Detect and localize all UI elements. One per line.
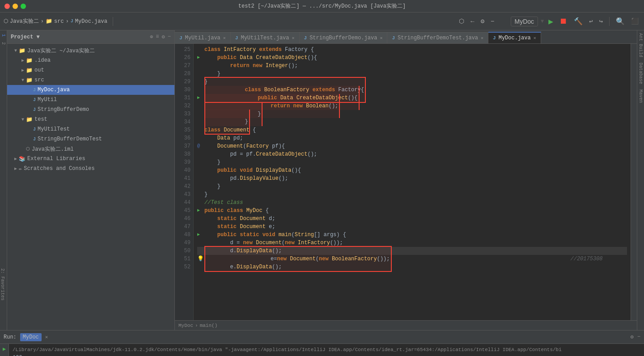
breadcrumb: MyDoc › main() [175, 320, 637, 330]
project-icon[interactable]: 1 [1, 32, 6, 38]
run-play-button[interactable]: ▶ [3, 346, 6, 352]
run-config-label[interactable]: MyDoc [511, 17, 538, 26]
tree-item-out[interactable]: ▶ 📁 out [7, 65, 174, 75]
tree-label-out: out [34, 67, 44, 73]
java-file-icon-stringbuffer: J [33, 107, 36, 112]
editor-scrollbar[interactable] [631, 44, 637, 320]
tab-myutil[interactable]: J MyUtil.java ✕ [175, 32, 231, 43]
project-header-icons: ⊕ ≡ ⚙ − [150, 34, 171, 40]
tab-label-mydoc: MyDoc.java [499, 35, 531, 41]
project-tree: ▼ 📁 Java实验二 ~/Java实验二 ▶ 📁 .idea ▶ 📁 out … [7, 44, 174, 330]
scratch-icon: ✏ [19, 165, 22, 172]
run-close-icon[interactable]: − [637, 334, 640, 340]
java-file-icon-myutil: J [33, 97, 36, 102]
structure-icon[interactable]: 2 [1, 40, 6, 47]
tab-myutiltest[interactable]: J MyUtilTest.java ✕ [231, 32, 300, 43]
code-line-43: } [197, 191, 627, 199]
maven-icon[interactable]: Maven [638, 87, 643, 106]
code-line-40: public void DisplayData(){ [197, 166, 627, 174]
bottom-panel: Run: MyDoc ✕ ⚙ − ▶ ↩ ⏹ 📌 ↑ ↓ ⏎ ⊟ 💾 🗑 /Li… [0, 330, 644, 356]
tree-label-root: Java实验二 ~/Java实验二 [27, 47, 95, 55]
java-file-icon-sbdemotest: J [33, 137, 36, 142]
favorites-icon[interactable]: 2: Favorites [0, 267, 5, 302]
tree-label-mydoc: MyDoc.java [38, 87, 70, 93]
minus-button[interactable]: − [489, 17, 496, 26]
tree-item-root[interactable]: ▼ 📁 Java实验二 ~/Java实验二 [7, 46, 174, 55]
tab-label-myutil: MyUtil.java [185, 35, 220, 41]
window-title: test2 [~/Java实验二] — .../src/MyDoc.java [… [238, 2, 406, 10]
file-label: MyDoc.java [75, 18, 107, 25]
ext-libs-icon: 📚 [19, 156, 25, 162]
tab-close-sbdemotest[interactable]: ✕ [481, 35, 483, 41]
code-line-35: class Document { [197, 126, 627, 134]
collapse-icon[interactable]: ≡ [156, 34, 159, 40]
settings-button[interactable]: ⚙ [479, 17, 486, 26]
tab-close-myutiltest[interactable]: ✕ [292, 35, 295, 41]
tab-icon-stringbufferdemo: J [304, 35, 307, 41]
database-icon[interactable]: Database [638, 60, 643, 87]
toolbar: ⬡ Java实验二 › 📁 src › J MyDoc.java ⬡ ← ⚙ −… [0, 13, 644, 30]
tree-item-myutiltest[interactable]: ▶ J MyUtilTest [7, 124, 174, 134]
gear-icon[interactable]: ⚙ [162, 34, 165, 40]
tree-label-test: test [34, 116, 47, 123]
run-header: Run: MyDoc ✕ ⚙ − [0, 331, 644, 344]
code-line-51: 💡 e=new Document(new BooleanFactory()); … [197, 255, 627, 263]
tree-item-ext-libs[interactable]: ▶ 📚 External Libraries [7, 154, 174, 164]
terminal-button[interactable]: ⬛ [629, 17, 640, 26]
code-line-27: return new Integer(); [197, 62, 627, 70]
code-line-38: pd = pf.CreateDataObject(); [197, 150, 627, 158]
minimize-button[interactable] [13, 4, 18, 9]
tree-label-iml: Java实验二.iml [32, 145, 74, 153]
tree-item-stringbufferdemotest[interactable]: ▶ J StringBufferDemoTest [7, 134, 174, 144]
run-tab[interactable]: MyDoc [20, 333, 42, 341]
tab-close-mydoc[interactable]: ✕ [534, 35, 536, 41]
tree-item-mydoc[interactable]: ▶ J MyDoc.java [7, 85, 174, 95]
tab-stringbufferdemotest[interactable]: J StringBufferDemoTest.java ✕ [387, 32, 488, 43]
tree-label-ext: External Libraries [27, 156, 85, 162]
tab-icon-myutil: J [179, 35, 182, 41]
tree-item-idea[interactable]: ▶ 📁 .idea [7, 55, 174, 65]
undo-button[interactable]: ↩ [587, 17, 594, 26]
tree-item-iml[interactable]: ▶ ⬡ Java实验二.iml [7, 144, 174, 154]
tree-label-myutiltest: MyUtilTest [38, 126, 70, 132]
run-button[interactable]: ▶ [547, 16, 555, 27]
tree-item-test[interactable]: ▼ 📁 test [7, 114, 174, 124]
code-line-45: ▶public class MyDoc { [197, 207, 627, 215]
stop-button[interactable]: ⏹ [558, 16, 569, 27]
right-sidebar-icons: Ant Build Database Maven [637, 30, 644, 330]
run-tab-close[interactable]: ✕ [45, 334, 48, 340]
project-label: ⬡ [4, 18, 8, 25]
tree-item-scratches[interactable]: ▶ ✏ Scratches and Consoles [7, 164, 174, 174]
iml-file-icon: ⬡ [26, 146, 30, 152]
back-button[interactable]: ← [469, 17, 476, 26]
tab-stringbufferdemo[interactable]: J StringBufferDemo.java ✕ [300, 32, 388, 43]
run-output: /Library/Java/JavaVirtualMachines/jdk-11… [9, 344, 644, 356]
java-file-icon-mydoc: J [33, 88, 36, 93]
project-header: Project ▼ ⊕ ≡ ⚙ − [7, 30, 174, 44]
tab-label-sbdemotest: StringBufferDemoTest.java [398, 35, 478, 41]
tab-close-stringbufferdemo[interactable]: ✕ [380, 35, 382, 41]
tree-item-myutil[interactable]: ▶ J MyUtil [7, 95, 174, 105]
code-area[interactable]: class IntFactory extends Factory { ▶ pub… [194, 44, 631, 320]
run-header-icons: ⚙ − [631, 334, 640, 340]
tab-close-myutil[interactable]: ✕ [223, 35, 226, 41]
tab-icon-sbdemotest: J [392, 35, 395, 41]
run-settings-icon[interactable]: ⚙ [631, 334, 634, 340]
tree-item-src[interactable]: ▼ 📁 src [7, 75, 174, 85]
folder-icon-test: 📁 [26, 116, 33, 123]
tree-item-stringbufferdemo[interactable]: ▶ J StringBufferDemo [7, 105, 174, 114]
tree-arrow-ext: ▶ [14, 156, 17, 161]
redo-button[interactable]: ↪ [597, 17, 605, 26]
tab-icon-myutiltest: J [235, 35, 238, 41]
search-button[interactable]: 🔍 [614, 16, 627, 27]
locate-icon[interactable]: ⊕ [150, 34, 153, 40]
ant-build-icon[interactable]: Ant Build [638, 30, 643, 60]
close-panel-icon[interactable]: − [168, 34, 171, 40]
line-numbers: 2526272829 3031323334 3536373839 4041424… [175, 44, 194, 320]
code-line-36: Data pd; [197, 134, 627, 142]
layout-button[interactable]: ⬡ [457, 17, 466, 26]
tab-mydoc[interactable]: J MyDoc.java ✕ [488, 32, 541, 43]
maximize-button[interactable] [21, 4, 26, 9]
close-button[interactable] [4, 4, 10, 9]
build-button[interactable]: 🔨 [572, 16, 585, 27]
